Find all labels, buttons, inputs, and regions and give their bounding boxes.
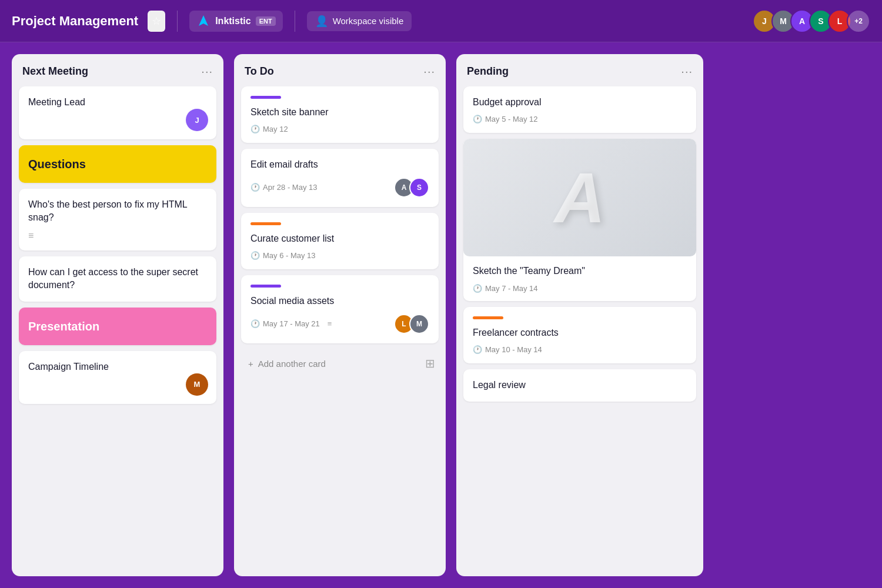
brand-name: Inktistic — [215, 16, 250, 26]
date-text-teamy: May 7 - May 14 — [485, 284, 538, 293]
date-text-sketch: May 12 — [263, 125, 288, 133]
star-icon: ☆ — [152, 15, 161, 28]
card-title-legal: Legal review — [473, 380, 526, 390]
kanban-board: Next Meeting ··· Meeting Lead J Question… — [0, 42, 882, 588]
date-text-budget: May 5 - May 12 — [485, 115, 538, 123]
lines-icon-social: ≡ — [328, 319, 332, 328]
column-body-to-do: Sketch site banner 🕐 May 12 Edit email d… — [234, 86, 446, 576]
add-card-label: Add another card — [258, 359, 326, 369]
app-title: Project Management — [12, 14, 138, 29]
card-sketch-teamy: A Sketch the "Teamy Dream" 🕐 May 7 - May… — [463, 139, 696, 300]
column-pending: Pending ··· Budget approval 🕐 May 5 - Ma… — [456, 54, 703, 576]
card-date-freelancer: 🕐 May 10 - May 14 — [473, 345, 687, 354]
card-title-html-snag: Who's the best person to fix my HTML sna… — [28, 199, 187, 222]
clock-icon-social: 🕐 — [250, 319, 260, 328]
card-html-snag: Who's the best person to fix my HTML sna… — [19, 189, 216, 250]
card-edit-email-drafts: Edit email drafts 🕐 Apr 28 - May 13 A S — [241, 149, 439, 206]
card-freelancer: Freelancer contracts 🕐 May 10 - May 14 — [463, 307, 696, 363]
card-social-media: Social media assets 🕐 May 17 - May 21 ≡ … — [241, 275, 439, 343]
card-title-social-media: Social media assets — [250, 296, 334, 306]
date-text-social: May 17 - May 21 — [263, 319, 320, 328]
card-date-teamy: 🕐 May 7 - May 14 — [473, 284, 687, 293]
card-title-presentation: Presentation — [28, 320, 99, 333]
avatar-campaign-timeline: M — [186, 373, 208, 396]
ent-badge: ENT — [256, 16, 276, 26]
teamy-image: A — [463, 139, 696, 256]
column-body-next-meeting: Meeting Lead J Questions Who's the best … — [12, 86, 223, 576]
column-header-to-do: To Do ··· — [234, 54, 446, 86]
teamy-letter: A — [554, 157, 606, 238]
app-header: Project Management ☆ Inktistic ENT 👤 Wor… — [0, 0, 882, 42]
date-text-curate: May 6 - May 13 — [263, 251, 316, 260]
avatar-meeting-lead: J — [186, 109, 208, 131]
card-title-campaign-timeline: Campaign Timeline — [28, 362, 109, 372]
column-next-meeting: Next Meeting ··· Meeting Lead J Question… — [12, 54, 223, 576]
add-card-row: + Add another card ⊞ — [241, 349, 439, 375]
card-title-secret-doc: How can I get access to the super secret… — [28, 267, 198, 290]
card-avatar-2-email: S — [409, 178, 429, 198]
card-title-questions: Questions — [28, 158, 86, 171]
avatar-group: J M A S L +2 — [753, 9, 870, 33]
star-button[interactable]: ☆ — [148, 11, 165, 32]
card-secret-doc: How can I get access to the super secret… — [19, 256, 216, 302]
svg-marker-0 — [199, 15, 208, 26]
brand-pill[interactable]: Inktistic ENT — [189, 11, 282, 32]
clock-icon-teamy: 🕐 — [473, 284, 482, 293]
divider-2 — [295, 11, 295, 32]
column-title-pending: Pending — [467, 65, 509, 78]
workspace-icon: 👤 — [315, 15, 328, 28]
column-menu-pending[interactable]: ··· — [681, 65, 693, 78]
template-icon[interactable]: ⊞ — [425, 356, 435, 370]
card-sketch-site-banner: Sketch site banner 🕐 May 12 — [241, 86, 439, 143]
card-footer-email: 🕐 Apr 28 - May 13 A S — [250, 178, 429, 198]
card-footer-social: 🕐 May 17 - May 21 ≡ L M — [250, 314, 429, 334]
column-menu-next-meeting[interactable]: ··· — [201, 65, 213, 78]
card-avatar-2-social: M — [409, 314, 429, 334]
column-title-to-do: To Do — [245, 65, 274, 78]
card-presentation: Presentation — [19, 308, 216, 345]
brand-logo-icon — [196, 14, 211, 28]
add-card-button[interactable]: + Add another card — [245, 353, 425, 375]
card-date-email: 🕐 Apr 28 - May 13 — [250, 183, 318, 192]
card-date-curate: 🕐 May 6 - May 13 — [250, 251, 429, 260]
card-title-meeting-lead: Meeting Lead — [28, 97, 85, 107]
column-to-do: To Do ··· Sketch site banner 🕐 May 12 Ed… — [234, 54, 446, 576]
column-body-pending: Budget approval 🕐 May 5 - May 12 A Sketc… — [456, 86, 703, 576]
column-menu-to-do[interactable]: ··· — [423, 65, 435, 78]
card-date-sketch: 🕐 May 12 — [250, 125, 429, 133]
card-date-budget: 🕐 May 5 - May 12 — [473, 115, 687, 123]
card-budget-approval: Budget approval 🕐 May 5 - May 12 — [463, 86, 696, 133]
divider-1 — [177, 11, 178, 32]
card-title-sketch-site-banner: Sketch site banner — [250, 107, 329, 117]
card-title-edit-email-drafts: Edit email drafts — [250, 159, 318, 169]
clock-icon: 🕐 — [250, 125, 260, 133]
avatar-group-social: L M — [394, 314, 429, 334]
card-meeting-lead: Meeting Lead J — [19, 86, 216, 139]
add-icon: + — [248, 359, 253, 369]
column-header-pending: Pending ··· — [456, 54, 703, 86]
date-text-email: Apr 28 - May 13 — [263, 183, 318, 192]
card-title-teamy: Sketch the "Teamy Dream" — [473, 266, 585, 276]
clock-icon-curate: 🕐 — [250, 251, 260, 260]
column-header-next-meeting: Next Meeting ··· — [12, 54, 223, 86]
card-title-freelancer: Freelancer contracts — [473, 328, 559, 338]
workspace-label: Workspace visible — [333, 16, 404, 26]
clock-icon-email: 🕐 — [250, 183, 260, 192]
workspace-button[interactable]: 👤 Workspace visible — [307, 11, 412, 31]
card-title-budget: Budget approval — [473, 97, 542, 107]
date-text-freelancer: May 10 - May 14 — [485, 345, 542, 354]
color-bar-freelancer — [473, 316, 503, 319]
clock-icon-budget: 🕐 — [473, 115, 482, 123]
color-bar-sketch — [250, 96, 281, 99]
card-date-social: 🕐 May 17 - May 21 ≡ — [250, 319, 332, 328]
avatar-group-email: A S — [394, 178, 429, 198]
card-title-curate: Curate customer list — [250, 233, 334, 243]
card-campaign-timeline: Campaign Timeline M — [19, 351, 216, 404]
color-bar-curate — [250, 222, 281, 225]
color-bar-social — [250, 285, 281, 288]
lines-icon-html-snag: ≡ — [28, 230, 207, 241]
card-curate-customer: Curate customer list 🕐 May 6 - May 13 — [241, 213, 439, 269]
avatar-more[interactable]: +2 — [847, 9, 870, 33]
column-title-next-meeting: Next Meeting — [22, 65, 88, 78]
card-legal-review: Legal review — [463, 369, 696, 401]
